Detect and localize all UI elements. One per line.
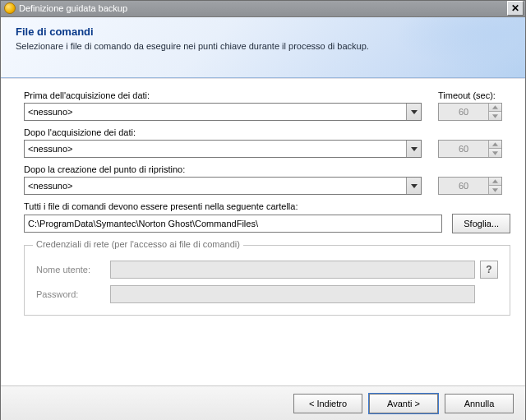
chevron-down-icon	[406, 178, 421, 194]
timeout-restore-spinner[interactable]: 60	[438, 177, 502, 195]
label-after-capture: Dopo l'acquisizione dei dati:	[24, 127, 422, 137]
command-folder-path[interactable]	[24, 215, 442, 233]
svg-marker-3	[411, 147, 418, 151]
timeout-restore-value: 60	[439, 178, 488, 194]
window-title: Definizione guidata backup	[19, 3, 127, 13]
username-field[interactable]	[110, 261, 475, 279]
page-title: File di comandi	[16, 25, 510, 38]
svg-marker-2	[492, 114, 498, 118]
label-password: Password:	[36, 289, 110, 299]
svg-marker-8	[492, 188, 498, 192]
combo-after-restore-value: <nessuno>	[25, 181, 406, 191]
browse-button[interactable]: Sfoglia...	[452, 214, 510, 233]
close-button[interactable]: ✕	[507, 1, 524, 16]
spin-up-icon[interactable]	[489, 141, 501, 150]
credentials-group: Credenziali di rete (per l'accesso ai fi…	[24, 245, 510, 316]
question-icon: ?	[486, 264, 491, 275]
svg-marker-5	[492, 151, 498, 155]
timeout-before-spinner[interactable]: 60	[438, 103, 502, 121]
credentials-legend: Credenziali di rete (per l'accesso ai fi…	[33, 239, 243, 249]
svg-marker-6	[411, 184, 418, 188]
chevron-down-icon	[406, 141, 421, 157]
label-folder-note: Tutti i file di comandi devono essere pr…	[24, 201, 510, 211]
combo-before-value: <nessuno>	[25, 107, 406, 117]
combo-after-value: <nessuno>	[25, 144, 406, 154]
spin-up-icon[interactable]	[489, 178, 501, 187]
timeout-before-value: 60	[439, 104, 488, 120]
close-icon: ✕	[511, 2, 519, 14]
svg-marker-0	[411, 110, 418, 114]
timeout-after-value: 60	[439, 141, 488, 157]
wizard-body: Prima dell'acquisizione dei dati: <nessu…	[1, 78, 525, 386]
label-timeout: Timeout (sec):	[438, 90, 510, 100]
svg-marker-7	[492, 179, 498, 182]
spin-down-icon[interactable]	[489, 112, 501, 120]
chevron-down-icon	[406, 104, 421, 120]
password-field[interactable]	[110, 285, 475, 303]
titlebar: Definizione guidata backup ✕	[1, 1, 525, 17]
spin-down-icon[interactable]	[489, 149, 501, 157]
label-before-capture: Prima dell'acquisizione dei dati:	[24, 90, 422, 100]
spin-down-icon[interactable]	[489, 186, 501, 194]
timeout-after-spinner[interactable]: 60	[438, 140, 502, 158]
page-subtitle: Selezionare i file di comando da eseguir…	[16, 41, 510, 51]
next-button[interactable]: Avanti >	[369, 394, 438, 413]
label-username: Nome utente:	[36, 265, 110, 275]
cancel-button[interactable]: Annulla	[445, 394, 514, 413]
svg-marker-1	[492, 105, 498, 108]
combo-after-capture[interactable]: <nessuno>	[24, 140, 422, 158]
combo-before-capture[interactable]: <nessuno>	[24, 103, 422, 121]
app-icon	[4, 2, 16, 14]
label-after-restore-point: Dopo la creazione del punto di ripristin…	[24, 164, 422, 174]
back-button[interactable]: < Indietro	[293, 394, 362, 413]
wizard-footer: < Indietro Avanti > Annulla	[1, 386, 525, 420]
wizard-header: File di comandi Selezionare i file di co…	[1, 17, 525, 78]
help-button[interactable]: ?	[480, 261, 498, 279]
combo-after-restore[interactable]: <nessuno>	[24, 177, 422, 195]
svg-marker-4	[492, 142, 498, 145]
spin-up-icon[interactable]	[489, 104, 501, 113]
